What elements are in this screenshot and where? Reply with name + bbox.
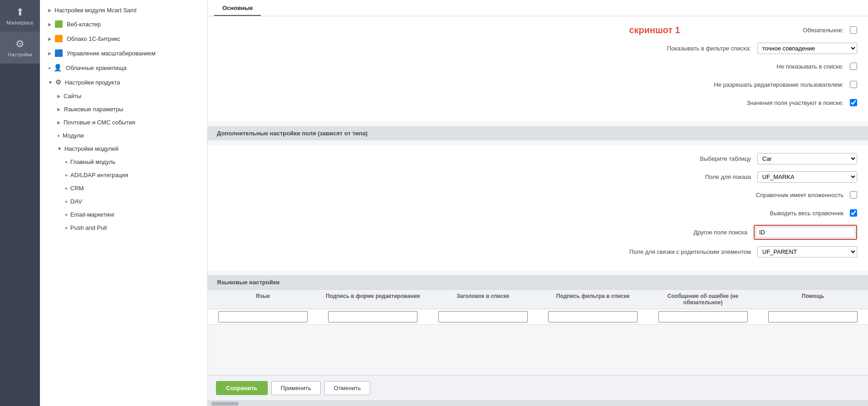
not-show-checkbox[interactable] — [850, 63, 857, 70]
nav-item-label: AD/LDAP интеграция — [70, 172, 128, 178]
search-values-label: Значения поля участвуют в поиске: — [707, 99, 843, 106]
arrow-icon: ▶ — [57, 94, 61, 99]
nav-item-label: Модули — [63, 132, 84, 139]
parent-field-select[interactable]: UF_PARENT UF_ID UF_NAME — [757, 246, 857, 257]
settings-icon: ⚙ — [15, 38, 25, 50]
search-values-row: Значения поля участвуют в поиске: — [219, 96, 857, 109]
has-nesting-label: Справочник имеет вложенность — [707, 192, 843, 198]
search-values-checkbox[interactable] — [850, 99, 857, 106]
settings-label: Настройки — [8, 52, 32, 57]
nav-item-mainmodule[interactable]: ● Главный модуль — [40, 155, 207, 168]
show-all-checkbox[interactable] — [850, 209, 857, 217]
bottom-scrollbar[interactable] — [208, 401, 868, 406]
scaling-icon: 🟦 — [54, 49, 63, 57]
show-in-filter-select[interactable]: точное совпадение частичное совпадение н… — [757, 43, 857, 54]
mandatory-label: Обязательное: — [707, 27, 843, 34]
show-in-filter-row: Показывать в фильтре списка: точное совп… — [219, 42, 857, 54]
has-nesting-checkbox[interactable] — [850, 191, 857, 198]
nav-item-lang[interactable]: ▶ Языковые параметры — [40, 103, 207, 116]
nav-item-crm[interactable]: ● CRM — [40, 182, 207, 195]
other-search-input[interactable] — [755, 227, 855, 238]
bottom-bar: Сохранить Применить Отменить — [208, 375, 868, 401]
lang-col-help: Помощь — [758, 293, 868, 306]
lang-lang-input[interactable] — [218, 311, 308, 322]
lang-col-lang: Язык — [208, 293, 318, 306]
nav-item-webcluster[interactable]: ▶ 🟩 Веб-кластер — [40, 17, 207, 31]
show-all-label: Выводить весь справочник — [707, 210, 843, 217]
lang-help-input[interactable] — [768, 311, 858, 322]
arrow-icon: ● — [65, 173, 68, 178]
save-button[interactable]: Сохранить — [216, 381, 268, 395]
nav-item-adldap[interactable]: ● AD/LDAP интеграция — [40, 168, 207, 182]
sidebar-item-marketplace[interactable]: ⬆ Marketplace — [0, 0, 40, 32]
parent-field-label: Поле для связки с родительским элементом — [615, 248, 751, 255]
nav-item-pushpull[interactable]: ● Push and Pull — [40, 221, 207, 234]
arrow-icon: ▶ — [48, 36, 52, 41]
nav-item-label: DAV — [70, 198, 82, 205]
arrow-icon: ● — [65, 225, 68, 230]
sidebar-item-settings[interactable]: ⚙ Настройки — [0, 32, 40, 64]
product-icon: ⚙ — [55, 78, 61, 86]
lang-input-filter — [538, 311, 648, 322]
lang-col-filter-label: Подпись фильтра в списке — [538, 293, 648, 306]
nav-item-modules[interactable]: ● Модули — [40, 129, 207, 142]
nav-item-label: Облако 1С-Битрикс — [67, 35, 120, 42]
nav-item-sites[interactable]: ▶ Сайты — [40, 89, 207, 103]
storage-icon: 👤 — [54, 64, 62, 72]
arrow-icon: ● — [48, 65, 51, 70]
display-field-row: Поле для показа UF_MARKA UF_ID UF_NAME — [219, 170, 857, 183]
nav-item-label: Облачные хранилища — [66, 64, 127, 71]
nav-item-label: Email-маркетинг — [70, 211, 115, 218]
other-search-highlight — [754, 225, 857, 240]
arrow-icon: ▼ — [48, 80, 53, 85]
nav-item-label: Главный модуль — [70, 158, 115, 165]
marketplace-label: Marketplace — [6, 20, 34, 25]
nav-item-scaling[interactable]: ▶ 🟦 Управление масштабированием — [40, 46, 207, 60]
has-nesting-row: Справочник имеет вложенность — [219, 188, 857, 201]
nav-item-label: Почтовые и СМС события — [64, 119, 135, 126]
lang-error-input[interactable] — [658, 311, 748, 322]
no-edit-label: Не разрешать редактирование пользователе… — [707, 81, 843, 88]
lang-input-error — [648, 311, 758, 322]
show-in-filter-label: Показывать в фильтре списка: — [615, 45, 751, 52]
nav-item-storage[interactable]: ● 👤 Облачные хранилища — [40, 60, 207, 75]
nav-item-label: CRM — [70, 185, 84, 192]
nav-item-label: Веб-кластер — [67, 21, 101, 28]
nav-item-dav[interactable]: ● DAV — [40, 195, 207, 208]
lang-filter-input[interactable] — [548, 311, 638, 322]
no-edit-checkbox[interactable] — [850, 81, 857, 88]
nav-item-modsettings[interactable]: ▼ Настройки модулей — [40, 142, 207, 155]
mandatory-checkbox[interactable] — [850, 26, 857, 34]
parent-field-row: Поле для связки с родительским элементом… — [219, 245, 857, 258]
arrow-icon: ▶ — [57, 120, 61, 125]
select-table-label: Выберите таблицу — [615, 155, 751, 162]
arrow-icon: ▼ — [57, 146, 62, 151]
lang-list-input[interactable] — [438, 311, 528, 322]
lang-form-input[interactable] — [328, 311, 417, 322]
display-field-label: Поле для показа — [615, 173, 751, 180]
arrow-icon: ● — [65, 186, 68, 191]
nav-item-product[interactable]: ▼ ⚙ Настройки продукта — [40, 75, 207, 89]
lang-input-lang — [208, 311, 318, 322]
nav-item-mail[interactable]: ▶ Почтовые и СМС события — [40, 116, 207, 129]
display-field-select[interactable]: UF_MARKA UF_ID UF_NAME — [757, 171, 857, 183]
nav-item-mcart[interactable]: ▶ Настройки модуля Mcart Saml — [40, 4, 207, 17]
apply-button[interactable]: Применить — [271, 381, 321, 395]
select-table-select[interactable]: Car Car2 Other — [757, 153, 857, 164]
lang-table-header: Язык Подпись в форме редактирования Заго… — [208, 289, 868, 309]
content-area[interactable]: скриншот 1 Обязательное: Показывать в фи… — [208, 16, 868, 375]
nav-item-email[interactable]: ● Email-маркетинг — [40, 208, 207, 221]
tab-bar: Основные — [208, 0, 868, 16]
arrow-icon: ● — [57, 133, 60, 138]
nav-item-label: Настройки модулей — [64, 145, 118, 152]
nav-item-label: Push and Pull — [70, 224, 107, 231]
cancel-button[interactable]: Отменить — [324, 381, 370, 395]
nav-item-bitrix[interactable]: ▶ 🟧 Облако 1С-Битрикс — [40, 31, 207, 46]
lang-row — [208, 309, 868, 325]
tab-main[interactable]: Основные — [214, 0, 261, 16]
other-search-label: Другое поле поиска — [611, 229, 747, 236]
arrow-icon: ● — [65, 159, 68, 164]
not-show-row: Не показывать в списке: — [219, 60, 857, 73]
nav-item-label: Настройки модуля Mcart Saml — [54, 7, 137, 14]
nav-item-label: Языковые параметры — [64, 106, 123, 113]
